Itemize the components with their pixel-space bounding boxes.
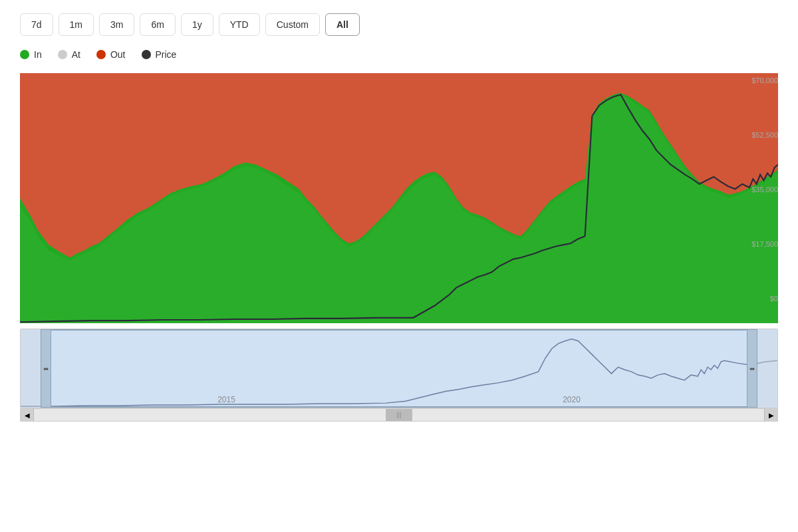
legend-in: In [20,49,42,60]
btn-1y[interactable]: 1y [181,13,213,36]
chart-legend: In At Out Price [20,49,778,60]
scroll-track[interactable]: ||| [34,409,764,421]
legend-price: Price [142,49,177,60]
legend-dot-price [142,50,151,59]
nav-year-labels: 2015 2020 [21,395,777,404]
legend-label-in: In [34,49,42,60]
legend-label-out: Out [110,49,126,60]
btn-all[interactable]: All [325,13,360,36]
chart-wrapper: 100.00% 75.00% 50.00% 25.00% 0.00% [20,73,778,422]
legend-label-price: Price [156,49,177,60]
main-chart-svg [20,73,778,323]
scroll-thumb[interactable]: ||| [386,409,412,421]
legend-dot-at [58,50,67,59]
btn-3m[interactable]: 3m [99,13,134,36]
btn-7d[interactable]: 7d [20,13,53,36]
scroll-right-button[interactable]: ▶ [764,408,777,422]
legend-at: At [58,49,80,60]
scroll-left-button[interactable]: ◀ [21,408,34,422]
time-range-selector: 7d 1m 3m 6m 1y YTD Custom All [20,13,778,36]
legend-dot-in [20,50,29,59]
y-axis-right: $70,000 $52,500 $35,000 $17,500 $0 [735,73,778,306]
btn-custom[interactable]: Custom [265,13,320,36]
main-chart-area [20,73,778,306]
legend-out: Out [96,49,126,60]
btn-1m[interactable]: 1m [59,13,94,36]
btn-6m[interactable]: 6m [140,13,175,36]
btn-ytd[interactable]: YTD [219,13,260,36]
legend-dot-out [96,50,106,59]
navigator[interactable]: ⬌ ⬌ 2015 2020 [20,329,778,408]
horizontal-scrollbar[interactable]: ◀ ||| ▶ [20,408,778,422]
legend-label-at: At [72,49,80,60]
